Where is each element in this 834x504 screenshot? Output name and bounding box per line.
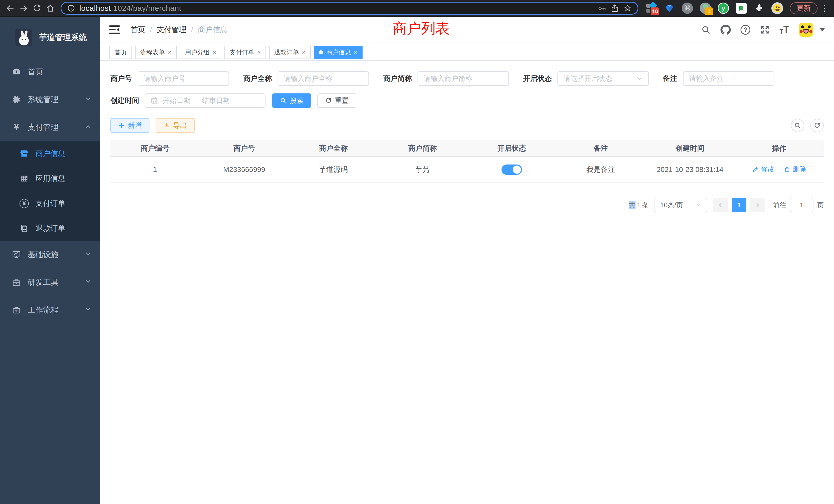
extension-gem-icon[interactable] bbox=[663, 2, 675, 14]
chevron-right-icon bbox=[754, 202, 761, 208]
sidebar-logo[interactable]: 芋道管理系统 bbox=[0, 17, 100, 58]
site-info-icon[interactable] bbox=[67, 4, 75, 12]
sidebar-collapse-button[interactable] bbox=[109, 25, 120, 34]
delete-link[interactable]: 删除 bbox=[784, 165, 806, 174]
full-name-input[interactable] bbox=[278, 71, 369, 86]
refresh-icon bbox=[325, 97, 332, 104]
create-time-range-picker[interactable]: 开始日期 - 结束日期 bbox=[145, 93, 265, 108]
github-link-button[interactable] bbox=[721, 25, 731, 35]
command-glyph: ⌘ bbox=[684, 4, 691, 12]
cell-merchant-id: M233666999 bbox=[199, 157, 289, 183]
chevron-left-icon bbox=[718, 202, 724, 208]
address-bar[interactable]: localhost:1024/pay/merchant bbox=[61, 2, 638, 15]
refresh-table-button[interactable] bbox=[810, 119, 824, 132]
plus-icon bbox=[118, 122, 125, 129]
sidebar-item-label: 系统管理 bbox=[28, 94, 59, 105]
tab-pay-order[interactable]: 支付订单× bbox=[224, 46, 266, 59]
main-area: 首页 / 支付管理 / 商户信息 商户列表 ? bbox=[100, 17, 834, 504]
navbar-right-tools: ? TT bbox=[701, 23, 825, 37]
chevron-down-icon bbox=[85, 250, 91, 259]
status-toggle-on[interactable] bbox=[502, 164, 522, 175]
url-path: :1024/pay/merchant bbox=[111, 4, 181, 12]
extension-recorder-icon[interactable]: 1 bbox=[699, 2, 711, 14]
avatar-dropdown-caret[interactable] bbox=[820, 28, 825, 31]
sidebar-item-home[interactable]: 首页 bbox=[0, 58, 100, 86]
tab-home[interactable]: 首页 bbox=[109, 46, 132, 59]
browser-reload-button[interactable] bbox=[30, 2, 44, 15]
edit-link[interactable]: 修改 bbox=[752, 165, 774, 174]
extension-flag-icon[interactable] bbox=[736, 2, 747, 14]
tab-refund-order[interactable]: 退款订单× bbox=[269, 46, 311, 59]
add-button[interactable]: 新增 bbox=[110, 118, 150, 133]
sidebar-item-label: 退款订单 bbox=[36, 223, 65, 233]
merchant-no-input[interactable] bbox=[138, 71, 229, 86]
fullscreen-button[interactable] bbox=[760, 25, 770, 35]
pagination-jump: 前往 页 bbox=[773, 198, 824, 212]
sidebar-item-system[interactable]: 系统管理 bbox=[0, 86, 100, 113]
extensions-puzzle-icon[interactable] bbox=[753, 2, 765, 14]
close-icon[interactable]: × bbox=[257, 49, 261, 56]
header-search-button[interactable] bbox=[701, 25, 711, 35]
goto-page-input[interactable] bbox=[790, 198, 813, 212]
remark-input[interactable] bbox=[683, 71, 774, 86]
chrome-update-button[interactable]: 更新 bbox=[790, 2, 817, 14]
breadcrumb-home[interactable]: 首页 bbox=[130, 25, 145, 35]
page-number-1[interactable]: 1 bbox=[732, 198, 746, 212]
url-text[interactable]: localhost:1024/pay/merchant bbox=[79, 4, 181, 13]
font-size-button[interactable]: TT bbox=[780, 25, 789, 35]
sidebar-item-refund-order[interactable]: 退款订单 bbox=[0, 216, 100, 241]
page-content: 商户号 商户全称 商户简称 开启状态 请选择开启状态 备注 bbox=[100, 61, 834, 504]
extension-y-icon[interactable]: y bbox=[718, 2, 729, 14]
yen-icon: ¥ bbox=[11, 123, 22, 132]
user-avatar[interactable] bbox=[799, 23, 813, 37]
sidebar-item-pay-order[interactable]: ¥ 支付订单 bbox=[0, 191, 100, 216]
tab-user-group[interactable]: 用户分组× bbox=[180, 46, 221, 59]
breadcrumb-separator: / bbox=[191, 26, 193, 34]
sidebar-item-merchant-info[interactable]: 商户信息 bbox=[0, 141, 100, 166]
close-icon[interactable]: × bbox=[302, 49, 306, 56]
yen-circle-icon: ¥ bbox=[19, 199, 29, 208]
hide-search-button[interactable] bbox=[791, 119, 804, 132]
sidebar-menu: 首页 系统管理 ¥ 支付管理 bbox=[0, 58, 100, 324]
search-button[interactable]: 搜索 bbox=[272, 93, 311, 108]
sidebar-item-dev-tools[interactable]: 研发工具 bbox=[0, 269, 100, 296]
bookmark-star-icon[interactable] bbox=[623, 4, 632, 13]
reset-button[interactable]: 重置 bbox=[317, 93, 356, 108]
sidebar-item-workflow[interactable]: 工作流程 bbox=[0, 296, 100, 324]
browser-home-button[interactable] bbox=[44, 2, 57, 15]
sidebar-item-infrastructure[interactable]: 基础设施 bbox=[0, 241, 100, 269]
dashboard-icon bbox=[11, 67, 22, 77]
short-name-input[interactable] bbox=[418, 71, 509, 86]
tab-process-form[interactable]: 流程表单× bbox=[135, 46, 177, 59]
browser-menu-button[interactable] bbox=[822, 3, 827, 13]
status-label: 开启状态 bbox=[523, 74, 552, 84]
password-key-icon[interactable] bbox=[597, 4, 606, 13]
breadcrumb-payment[interactable]: 支付管理 bbox=[157, 25, 186, 35]
close-icon[interactable]: × bbox=[213, 49, 216, 56]
page-size-select[interactable]: 10条/页 bbox=[655, 198, 707, 212]
export-button[interactable]: 导出 bbox=[156, 118, 195, 133]
sidebar: 芋道管理系统 首页 系统管理 ¥ bbox=[0, 17, 100, 504]
close-icon[interactable]: × bbox=[354, 49, 357, 56]
browser-back-button[interactable] bbox=[4, 2, 17, 15]
prev-page-button[interactable] bbox=[713, 198, 728, 212]
next-page-button[interactable] bbox=[750, 198, 765, 212]
download-icon bbox=[163, 122, 170, 129]
browser-forward-button[interactable] bbox=[17, 2, 30, 15]
cell-create-time: 2021-10-23 08:31:14 bbox=[645, 157, 734, 183]
extension-command-icon[interactable]: ⌘ bbox=[681, 2, 693, 14]
breadcrumb: 首页 / 支付管理 / 商户信息 bbox=[130, 25, 227, 35]
cell-short-name: 芋艿 bbox=[378, 157, 467, 183]
remark-label: 备注 bbox=[663, 74, 677, 84]
sidebar-item-app-info[interactable]: 应用信息 bbox=[0, 166, 100, 191]
toolbox-icon bbox=[11, 278, 22, 287]
extension-tabmanager-icon[interactable]: 10 bbox=[645, 2, 657, 14]
close-icon[interactable]: × bbox=[168, 49, 172, 56]
sidebar-item-payment[interactable]: ¥ 支付管理 bbox=[0, 113, 100, 141]
profile-avatar-icon[interactable] bbox=[771, 2, 783, 14]
share-icon[interactable] bbox=[610, 4, 619, 13]
help-doc-button[interactable]: ? bbox=[741, 25, 750, 35]
tab-merchant-info[interactable]: 商户信息× bbox=[314, 46, 363, 59]
trash-icon bbox=[784, 166, 791, 173]
status-select[interactable]: 请选择开启状态 bbox=[557, 71, 649, 86]
